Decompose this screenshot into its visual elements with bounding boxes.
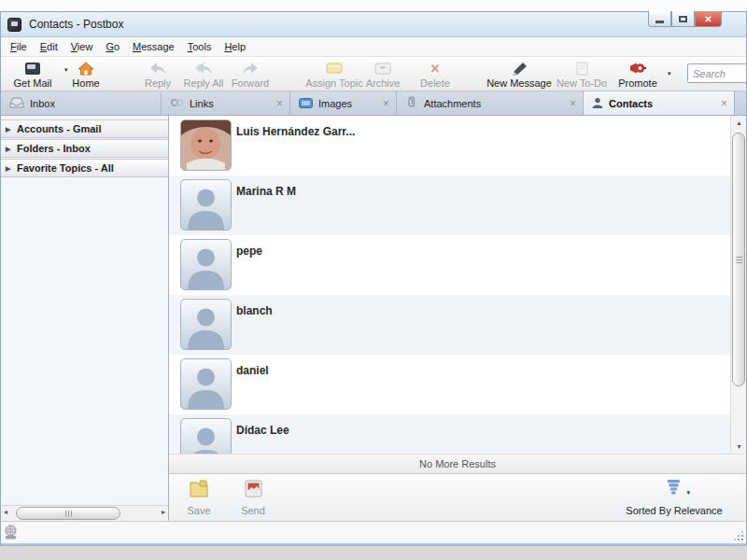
contact-row[interactable]: daniel [169,355,730,414]
tabbar: Inbox Links × Images × Attac [1,91,746,116]
maximize-icon [679,16,687,22]
scroll-up-icon[interactable]: ▴ [731,119,747,127]
get-mail-icon [24,61,41,76]
contact-list-scrollbar[interactable]: ▴ ▾ [730,116,746,454]
desktop-background [0,546,747,560]
screen: Contacts - Postbox ✕ File Edit View Go M… [0,0,747,560]
promote-button[interactable]: Promote ▾ [612,59,664,90]
tab-contacts[interactable]: Contacts × [584,91,735,115]
close-icon: ✕ [704,14,712,24]
vertical-scroll-thumb[interactable] [732,133,745,386]
sorted-by-relevance-button[interactable]: ▾ Sorted By Relevance [623,479,726,516]
search-input[interactable] [687,63,746,83]
sidebar-horizontal-scrollbar[interactable]: ◂ ▸ [1,505,168,521]
menu-tools[interactable]: Tools [181,39,218,54]
menu-edit[interactable]: Edit [34,39,64,54]
send-button[interactable]: Send [233,479,274,516]
tab-inbox[interactable]: Inbox [1,91,162,115]
tab-links-close-icon[interactable]: × [276,98,283,109]
contacts-panel: Luis Hernández Garr... Marina R M pepe [169,116,746,521]
contact-row[interactable]: blanch [169,295,730,355]
get-mail-button[interactable]: Get Mail ▾ [7,59,59,90]
tab-attachments[interactable]: Attachments × [397,91,584,115]
scroll-right-icon[interactable]: ▸ [162,508,165,516]
send-icon [244,479,263,502]
delete-button[interactable]: ✕ Delete [412,59,458,90]
expand-triangle-icon: ▶ [6,120,10,138]
images-icon [299,95,313,112]
links-icon [170,95,184,112]
scroll-left-icon[interactable]: ◂ [4,508,7,516]
contact-placeholder-avatar [180,179,232,231]
home-button[interactable]: Home [63,59,109,90]
save-button[interactable]: Save [178,479,219,516]
tab-attachments-close-icon[interactable]: × [570,98,576,109]
sidebar-section-favorite-topics[interactable]: ▶ Favorite Topics - All [1,159,168,177]
sidebar-section-accounts[interactable]: ▶ Accounts - Gmail [1,119,168,138]
promote-dropdown-icon[interactable]: ▾ [668,70,671,77]
new-message-button[interactable]: New Message [480,59,558,90]
reply-all-button[interactable]: Reply All [176,59,232,90]
contact-name: Marina R M [236,185,296,198]
new-todo-icon [576,61,588,76]
promote-icon [628,61,647,76]
tab-contacts-close-icon[interactable]: × [721,98,727,109]
expand-triangle-icon: ▶ [6,160,10,177]
app-window: Contacts - Postbox ✕ File Edit View Go M… [0,11,747,546]
maximize-button[interactable] [671,11,695,27]
menu-file[interactable]: File [4,39,34,54]
top-strip [0,0,747,11]
contact-name: Luis Hernández Garr... [236,125,355,138]
contacts-icon [592,95,603,112]
minimize-button[interactable] [648,11,671,27]
contact-name: pepe [236,245,262,258]
main-area: ▶ Accounts - Gmail ▶ Folders - Inbox ▶ F… [1,116,746,521]
tab-images-close-icon[interactable]: × [383,98,389,109]
expand-triangle-icon: ▶ [6,140,10,158]
contact-name: daniel [236,364,269,377]
status-icon [4,525,18,543]
sidebar-section-folders[interactable]: ▶ Folders - Inbox [1,139,168,158]
scroll-down-icon[interactable]: ▾ [731,442,747,451]
tab-images[interactable]: Images × [290,91,397,115]
menu-view[interactable]: View [64,39,100,54]
resize-grip[interactable] [732,529,743,540]
archive-icon [374,61,391,76]
contact-name: blanch [236,304,273,317]
new-todo-button[interactable]: New To-Do [554,59,610,90]
contact-placeholder-avatar [180,358,232,410]
forward-button[interactable]: Forward [224,59,276,90]
reply-icon [149,61,166,76]
menu-go[interactable]: Go [99,39,126,54]
sort-dropdown-icon[interactable]: ▾ [686,489,690,497]
contact-placeholder-avatar [180,299,232,350]
minimize-icon [655,21,664,23]
menu-message[interactable]: Message [126,39,181,54]
contact-row[interactable]: pepe [169,235,730,295]
window-title: Contacts - Postbox [29,18,123,31]
postbox-app-icon [7,18,21,32]
contact-row[interactable]: Marina R M [169,175,730,235]
contact-name: Dídac Lee [236,424,289,437]
sidebar: ▶ Accounts - Gmail ▶ Folders - Inbox ▶ F… [1,116,169,521]
new-message-icon [511,61,528,76]
window-controls: ✕ [648,11,722,27]
tab-links[interactable]: Links × [162,91,290,115]
titlebar[interactable]: Contacts - Postbox ✕ [1,12,746,37]
contact-list: Luis Hernández Garr... Marina R M pepe [169,116,730,454]
contact-row[interactable]: Luis Hernández Garr... [169,116,730,175]
menu-help[interactable]: Help [218,39,252,54]
statusbar [1,521,746,543]
forward-icon [242,61,259,76]
menubar: File Edit View Go Message Tools Help [1,37,746,57]
sort-relevance-icon: ▾ [666,479,683,498]
contacts-footer-toolbar: Save Send ▾ Sorted By Relevance [169,474,746,521]
reply-all-icon [194,61,213,76]
contact-row[interactable]: Dídac Lee [169,414,730,454]
close-button[interactable]: ✕ [695,11,722,27]
archive-button[interactable]: Archive [357,59,409,90]
toolbar: Get Mail ▾ Home Reply Reply All [1,57,746,91]
home-icon [78,61,94,76]
contact-photo-avatar [180,119,232,171]
horizontal-scroll-thumb[interactable] [16,507,120,520]
